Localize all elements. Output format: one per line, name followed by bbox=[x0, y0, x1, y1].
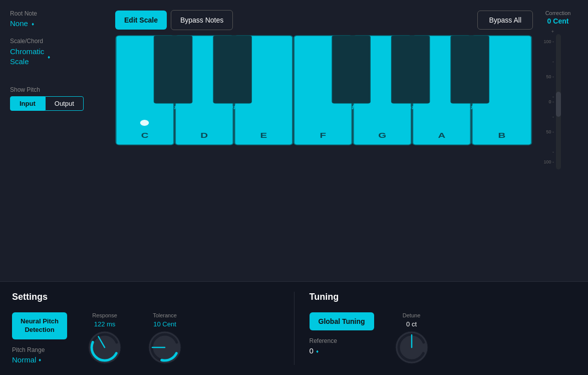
svg-rect-37 bbox=[556, 92, 561, 117]
svg-text:0 -: 0 - bbox=[548, 99, 554, 104]
svg-text:-: - bbox=[552, 94, 554, 99]
scale-chord-label: Scale/Chord bbox=[10, 38, 110, 45]
svg-text:50 -: 50 - bbox=[546, 129, 554, 134]
reference-value-row: 0 ⬧ bbox=[310, 346, 374, 355]
pitch-range-value-row: Normal ⬧ bbox=[12, 355, 67, 364]
right-panel: Correction 0 Cent + 100 - - 50 - - 0 - -… bbox=[538, 10, 578, 276]
correction-scale-svg: + 100 - - 50 - - 0 - - 50 - - 100 - - bbox=[543, 29, 573, 169]
output-button[interactable]: Output bbox=[45, 96, 84, 111]
svg-text:C: C bbox=[141, 131, 149, 139]
tuning-title: Tuning bbox=[310, 292, 576, 302]
center-panel: Edit Scale Bypass Notes Bypass All bbox=[115, 10, 533, 276]
scale-chord-chevron-icon[interactable]: ⬧ bbox=[47, 53, 51, 60]
svg-rect-10 bbox=[392, 36, 430, 103]
pitch-range-container: Pitch Range Normal ⬧ bbox=[12, 346, 67, 364]
svg-text:C#: C# bbox=[167, 103, 179, 110]
svg-text:+: + bbox=[551, 29, 554, 34]
neural-pitch-group: Neural Pitch Detection Pitch Range Norma… bbox=[12, 312, 67, 364]
root-note-chevron-icon[interactable]: ⬧ bbox=[31, 20, 35, 27]
app-container: Root Note None ⬧ Scale/Chord Chromatic S… bbox=[0, 0, 588, 375]
tolerance-knob[interactable] bbox=[147, 330, 182, 365]
svg-text:-: - bbox=[552, 114, 554, 119]
pitch-range-chevron-icon[interactable]: ⬧ bbox=[38, 356, 42, 363]
svg-text:50 -: 50 - bbox=[546, 74, 554, 79]
svg-text:D#: D# bbox=[226, 103, 238, 110]
root-note-value: None bbox=[10, 19, 28, 28]
svg-text:-: - bbox=[552, 168, 554, 169]
bypass-all-button[interactable]: Bypass All bbox=[477, 11, 533, 30]
tolerance-knob-container: Tolerance 10 Cent bbox=[142, 312, 187, 365]
root-note-value-row: None ⬧ bbox=[10, 19, 110, 28]
svg-text:G#: G# bbox=[404, 103, 417, 110]
left-panel: Root Note None ⬧ Scale/Chord Chromatic S… bbox=[10, 10, 110, 276]
root-note-container: Root Note None ⬧ bbox=[10, 10, 110, 28]
tolerance-value: 10 Cent bbox=[153, 320, 176, 328]
svg-rect-7 bbox=[154, 36, 192, 103]
tolerance-label: Tolerance bbox=[153, 312, 177, 318]
detune-knob-container: Detune 0 ct bbox=[394, 312, 429, 365]
svg-text:F#: F# bbox=[346, 103, 357, 110]
piano-svg: C# D# F# G# A# C D E F G A B bbox=[115, 35, 533, 145]
bypass-notes-button[interactable]: Bypass Notes bbox=[171, 10, 233, 30]
show-pitch-container: Show Pitch Input Output bbox=[10, 86, 110, 111]
svg-rect-11 bbox=[451, 36, 489, 103]
detune-value: 0 ct bbox=[406, 320, 417, 328]
scale-chord-value: Chromatic Scale bbox=[10, 47, 44, 66]
edit-scale-button[interactable]: Edit Scale bbox=[115, 11, 167, 30]
settings-panel: Settings Neural Pitch Detection Pitch Ra… bbox=[12, 292, 295, 365]
show-pitch-label: Show Pitch bbox=[10, 86, 110, 93]
correction-slider-container[interactable]: + 100 - - 50 - - 0 - - 50 - - 100 - - bbox=[550, 29, 565, 169]
svg-text:D: D bbox=[200, 131, 208, 139]
pitch-range-value: Normal bbox=[12, 355, 36, 364]
svg-text:F: F bbox=[320, 131, 327, 139]
global-tuning-group: Global Tuning Reference 0 ⬧ bbox=[310, 312, 374, 355]
reference-chevron-icon[interactable]: ⬧ bbox=[316, 347, 319, 354]
svg-text:100 -: 100 - bbox=[543, 159, 554, 164]
response-value: 122 ms bbox=[94, 320, 116, 328]
svg-point-24 bbox=[140, 120, 149, 126]
svg-text:100 -: 100 - bbox=[543, 39, 554, 44]
pitch-range-label: Pitch Range bbox=[12, 346, 67, 353]
svg-text:G: G bbox=[378, 131, 386, 139]
tuning-row: Global Tuning Reference 0 ⬧ Detune 0 ct bbox=[310, 312, 576, 365]
scale-chord-value-row: Chromatic Scale ⬧ bbox=[10, 47, 110, 66]
svg-text:B: B bbox=[498, 131, 505, 139]
neural-pitch-button[interactable]: Neural Pitch Detection bbox=[12, 312, 67, 339]
reference-label: Reference bbox=[310, 337, 374, 344]
detune-label: Detune bbox=[403, 312, 420, 318]
svg-rect-9 bbox=[332, 36, 370, 103]
settings-title: Settings bbox=[12, 292, 279, 302]
global-tuning-button[interactable]: Global Tuning bbox=[310, 312, 374, 330]
svg-text:A#: A# bbox=[464, 103, 476, 110]
svg-text:-: - bbox=[552, 149, 554, 154]
reference-container: Reference 0 ⬧ bbox=[310, 337, 374, 355]
svg-text:-: - bbox=[552, 59, 554, 64]
correction-label: Correction bbox=[545, 10, 571, 16]
toolbar-button-row: Edit Scale Bypass Notes Bypass All bbox=[115, 10, 533, 30]
response-knob-container: Response 122 ms bbox=[82, 312, 127, 365]
svg-text:E: E bbox=[260, 131, 267, 139]
root-note-label: Root Note bbox=[10, 10, 110, 17]
scale-chord-container: Scale/Chord Chromatic Scale ⬧ bbox=[10, 38, 110, 66]
top-section: Root Note None ⬧ Scale/Chord Chromatic S… bbox=[0, 0, 588, 281]
svg-text:A: A bbox=[438, 131, 445, 139]
detune-knob[interactable] bbox=[394, 330, 429, 365]
tuning-panel: Tuning Global Tuning Reference 0 ⬧ Detu bbox=[295, 292, 576, 365]
response-label: Response bbox=[92, 312, 117, 318]
bottom-section: Settings Neural Pitch Detection Pitch Ra… bbox=[0, 282, 588, 375]
input-button[interactable]: Input bbox=[10, 96, 45, 111]
correction-value: 0 Cent bbox=[547, 17, 569, 25]
piano-keyboard[interactable]: C# D# F# G# A# C D E F G A B bbox=[115, 35, 533, 145]
reference-value: 0 bbox=[310, 346, 314, 355]
settings-row: Neural Pitch Detection Pitch Range Norma… bbox=[12, 312, 279, 365]
response-knob[interactable] bbox=[87, 330, 122, 365]
show-pitch-buttons: Input Output bbox=[10, 96, 110, 111]
svg-rect-8 bbox=[213, 36, 251, 103]
